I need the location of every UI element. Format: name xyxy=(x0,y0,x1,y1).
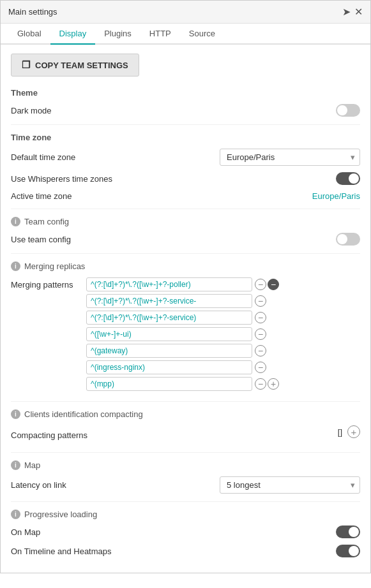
clients-compacting-title: Clients identification compacting xyxy=(24,409,143,419)
pattern-actions-2: − xyxy=(255,295,266,307)
pattern-input-6[interactable] xyxy=(86,360,252,374)
whisperer-timezone-toggle[interactable] xyxy=(336,172,360,185)
main-window: Main settings ➤ ✕ Global Display Plugins… xyxy=(0,0,371,573)
tab-source[interactable]: Source xyxy=(180,24,224,45)
pattern-actions-1: − − xyxy=(255,279,279,290)
tab-http[interactable]: HTTP xyxy=(140,24,180,45)
pattern-row-1: − − xyxy=(86,277,360,291)
compacting-patterns-row: Compacting patterns [] + xyxy=(11,425,360,445)
dark-mode-toggle[interactable] xyxy=(336,104,360,117)
pattern-actions-7: − + xyxy=(255,378,279,390)
clients-compacting-header: i Clients identification compacting xyxy=(11,409,360,419)
pattern-remove-btn-7[interactable]: − xyxy=(255,378,266,390)
pattern-input-1[interactable] xyxy=(86,277,252,291)
pin-icon[interactable]: ➤ xyxy=(342,6,351,18)
use-team-config-toggle[interactable] xyxy=(336,233,360,246)
divider-5 xyxy=(11,452,360,453)
pattern-actions-3: − xyxy=(255,312,266,323)
active-timezone-label: Active time zone xyxy=(11,191,72,201)
progressive-loading-title: Progressive loading xyxy=(24,510,97,519)
pattern-actions-6: − xyxy=(255,362,266,373)
tab-bar: Global Display Plugins HTTP Source xyxy=(1,24,370,45)
default-timezone-label: Default time zone xyxy=(11,152,75,162)
team-config-header: i Team config xyxy=(11,217,360,226)
pattern-add-btn-7[interactable]: + xyxy=(268,378,279,390)
map-header: i Map xyxy=(11,460,360,470)
use-team-config-label: Use team config xyxy=(11,235,71,244)
pattern-input-5[interactable] xyxy=(86,344,252,358)
content-area: ❐ COPY TEAM SETTINGS Theme Dark mode Tim… xyxy=(1,45,370,573)
timezone-section-title: Time zone xyxy=(11,133,360,142)
on-timeline-toggle-knob xyxy=(349,546,359,556)
latency-select[interactable]: 5 longest 3 longest All xyxy=(220,476,360,494)
map-info-icon[interactable]: i xyxy=(11,460,20,470)
dark-mode-label: Dark mode xyxy=(11,106,52,115)
merging-replicas-info-icon[interactable]: i xyxy=(11,261,20,271)
active-timezone-value: Europe/Paris xyxy=(312,191,360,201)
dark-mode-toggle-knob xyxy=(337,105,347,115)
use-team-config-toggle-knob xyxy=(337,234,347,244)
compacting-patterns-add-btn[interactable]: + xyxy=(347,425,360,438)
pattern-row-3: − xyxy=(86,311,360,325)
merging-patterns-list: − − − − xyxy=(86,277,360,393)
pattern-row-4: − xyxy=(86,327,360,341)
merging-patterns-label: Merging patterns xyxy=(11,277,81,290)
whisperer-timezone-toggle-knob xyxy=(349,173,359,184)
pattern-row-7: − + xyxy=(86,377,360,391)
on-map-label: On Map xyxy=(11,527,40,537)
on-map-toggle[interactable] xyxy=(336,526,360,538)
pattern-remove-btn-3[interactable]: − xyxy=(255,312,266,323)
merging-replicas-title: Merging replicas xyxy=(24,261,85,271)
pattern-input-2[interactable] xyxy=(86,294,252,308)
copy-team-settings-button[interactable]: ❐ COPY TEAM SETTINGS xyxy=(11,54,139,77)
title-bar: Main settings ➤ ✕ xyxy=(1,1,370,24)
pattern-input-7[interactable] xyxy=(86,377,252,391)
compacting-patterns-value: [] xyxy=(338,427,342,437)
window-title: Main settings xyxy=(8,7,57,17)
divider-1 xyxy=(11,124,360,125)
on-timeline-toggle[interactable] xyxy=(336,545,360,557)
default-timezone-select[interactable]: Europe/Paris xyxy=(220,149,360,166)
pattern-remove-btn-1[interactable]: − xyxy=(255,279,266,290)
merging-patterns-row: Merging patterns − − − xyxy=(11,277,360,393)
pattern-remove-btn-2[interactable]: − xyxy=(255,295,266,307)
on-timeline-row: On Timeline and Heatmaps xyxy=(11,545,360,557)
pattern-actions-4: − xyxy=(255,328,266,340)
theme-section-title: Theme xyxy=(11,88,360,98)
divider-4 xyxy=(11,401,360,402)
compacting-patterns-label: Compacting patterns xyxy=(11,430,87,440)
default-timezone-row: Default time zone Europe/Paris ▾ xyxy=(11,149,360,166)
title-bar-actions: ➤ ✕ xyxy=(342,6,363,18)
active-timezone-row: Active time zone Europe/Paris xyxy=(11,191,360,201)
default-timezone-wrapper: Europe/Paris ▾ xyxy=(220,149,360,166)
pattern-input-3[interactable] xyxy=(86,311,252,325)
use-team-config-row: Use team config xyxy=(11,233,360,246)
whisperer-timezone-row: Use Whisperers time zones xyxy=(11,172,360,185)
copy-team-settings-label: COPY TEAM SETTINGS xyxy=(35,61,128,70)
progressive-loading-header: i Progressive loading xyxy=(11,510,360,519)
tab-global[interactable]: Global xyxy=(8,24,50,45)
pattern-remove-btn-6[interactable]: − xyxy=(255,362,266,373)
pattern-actions-5: − xyxy=(255,345,266,356)
on-timeline-label: On Timeline and Heatmaps xyxy=(11,547,112,556)
team-config-info-icon[interactable]: i xyxy=(11,217,20,226)
dark-mode-row: Dark mode xyxy=(11,104,360,117)
tab-display[interactable]: Display xyxy=(50,24,96,45)
latency-select-wrapper: 5 longest 3 longest All ▾ xyxy=(220,476,360,494)
tab-plugins[interactable]: Plugins xyxy=(95,24,140,45)
pattern-remove-btn-5[interactable]: − xyxy=(255,345,266,356)
whisperer-timezone-label: Use Whisperers time zones xyxy=(11,174,112,184)
divider-2 xyxy=(11,209,360,209)
team-config-title: Team config xyxy=(24,217,69,226)
divider-6 xyxy=(11,501,360,502)
progressive-loading-info-icon[interactable]: i xyxy=(11,510,20,519)
divider-3 xyxy=(11,253,360,254)
compacting-patterns-controls: [] + xyxy=(338,425,360,438)
clients-compacting-info-icon[interactable]: i xyxy=(11,409,20,419)
pattern-remove-btn-1b[interactable]: − xyxy=(268,279,279,290)
pattern-remove-btn-4[interactable]: − xyxy=(255,328,266,340)
close-icon[interactable]: ✕ xyxy=(354,6,363,18)
pattern-row-6: − xyxy=(86,360,360,374)
pattern-input-4[interactable] xyxy=(86,327,252,341)
pattern-row-5: − xyxy=(86,344,360,358)
